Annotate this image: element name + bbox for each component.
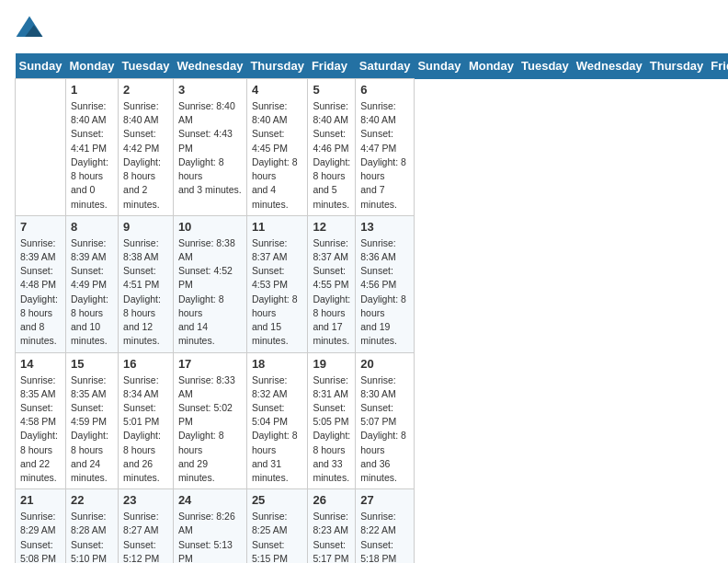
day-number: 3 [178, 83, 242, 97]
day-number: 17 [178, 357, 242, 371]
cell-content: Sunrise: 8:27 AMSunset: 5:12 PMDaylight:… [123, 510, 168, 563]
day-number: 1 [71, 83, 113, 97]
calendar-cell: 4Sunrise: 8:40 AMSunset: 4:45 PMDaylight… [246, 79, 308, 216]
day-number: 25 [252, 493, 303, 507]
cell-content: Sunrise: 8:40 AMSunset: 4:46 PMDaylight:… [313, 99, 350, 212]
cell-content: Sunrise: 8:35 AMSunset: 4:58 PMDaylight:… [20, 373, 61, 486]
cell-content: Sunrise: 8:40 AMSunset: 4:45 PMDaylight:… [252, 99, 303, 212]
day-number: 8 [71, 220, 113, 234]
cell-content: Sunrise: 8:40 AMSunset: 4:42 PMDaylight:… [123, 99, 168, 212]
day-number: 6 [360, 83, 409, 97]
calendar-week-1: 1Sunrise: 8:40 AMSunset: 4:41 PMDaylight… [16, 79, 729, 216]
cell-content: Sunrise: 8:31 AMSunset: 5:05 PMDaylight:… [313, 373, 350, 486]
day-number: 19 [313, 357, 350, 371]
calendar-week-2: 7Sunrise: 8:39 AMSunset: 4:48 PMDaylight… [16, 215, 729, 352]
cell-content: Sunrise: 8:40 AMSunset: 4:47 PMDaylight:… [360, 99, 409, 212]
calendar-cell: 27Sunrise: 8:22 AMSunset: 5:18 PMDayligh… [356, 489, 415, 563]
cell-content: Sunrise: 8:25 AMSunset: 5:15 PMDaylight:… [252, 510, 303, 563]
day-number: 12 [313, 220, 350, 234]
cell-content: Sunrise: 8:35 AMSunset: 4:59 PMDaylight:… [71, 373, 113, 486]
calendar-cell: 1Sunrise: 8:40 AMSunset: 4:41 PMDaylight… [65, 79, 118, 216]
header-monday: Monday [465, 53, 518, 79]
header-sunday: Sunday [414, 53, 464, 79]
calendar-week-3: 14Sunrise: 8:35 AMSunset: 4:58 PMDayligh… [16, 352, 729, 489]
calendar-cell: 14Sunrise: 8:35 AMSunset: 4:58 PMDayligh… [16, 352, 66, 489]
calendar-cell: 8Sunrise: 8:39 AMSunset: 4:49 PMDaylight… [65, 215, 118, 352]
calendar-cell: 9Sunrise: 8:38 AMSunset: 4:51 PMDaylight… [119, 215, 174, 352]
header-day-wednesday: Wednesday [173, 53, 246, 79]
day-number: 23 [123, 493, 168, 507]
header [15, 15, 713, 44]
day-number: 11 [252, 220, 303, 234]
calendar-cell: 17Sunrise: 8:33 AMSunset: 5:02 PMDayligh… [173, 352, 246, 489]
calendar-cell: 7Sunrise: 8:39 AMSunset: 4:48 PMDaylight… [16, 215, 66, 352]
header-wednesday: Wednesday [573, 53, 646, 79]
day-number: 14 [20, 357, 61, 371]
day-number: 7 [20, 220, 61, 234]
cell-content: Sunrise: 8:32 AMSunset: 5:04 PMDaylight:… [252, 373, 303, 486]
calendar-cell: 21Sunrise: 8:29 AMSunset: 5:08 PMDayligh… [16, 489, 66, 563]
cell-content: Sunrise: 8:29 AMSunset: 5:08 PMDaylight:… [20, 510, 61, 563]
cell-content: Sunrise: 8:36 AMSunset: 4:56 PMDaylight:… [360, 236, 409, 349]
cell-content: Sunrise: 8:37 AMSunset: 4:53 PMDaylight:… [252, 236, 303, 349]
calendar-cell: 10Sunrise: 8:38 AMSunset: 4:52 PMDayligh… [173, 215, 246, 352]
calendar-cell: 16Sunrise: 8:34 AMSunset: 5:01 PMDayligh… [119, 352, 174, 489]
calendar-cell: 5Sunrise: 8:40 AMSunset: 4:46 PMDaylight… [308, 79, 356, 216]
day-number: 21 [20, 493, 61, 507]
calendar-cell: 22Sunrise: 8:28 AMSunset: 5:10 PMDayligh… [65, 489, 118, 563]
day-number: 24 [178, 493, 242, 507]
cell-content: Sunrise: 8:38 AMSunset: 4:52 PMDaylight:… [178, 236, 242, 349]
cell-content: Sunrise: 8:33 AMSunset: 5:02 PMDaylight:… [178, 373, 242, 486]
header-day-sunday: Sunday [16, 53, 66, 79]
calendar-cell: 11Sunrise: 8:37 AMSunset: 4:53 PMDayligh… [246, 215, 308, 352]
day-number: 16 [123, 357, 168, 371]
day-number: 20 [360, 357, 409, 371]
logo-icon [15, 15, 44, 44]
day-number: 5 [313, 83, 350, 97]
calendar-week-4: 21Sunrise: 8:29 AMSunset: 5:08 PMDayligh… [16, 489, 729, 563]
header-tuesday: Tuesday [518, 53, 573, 79]
header-friday: Friday [707, 53, 728, 79]
header-day-friday: Friday [308, 53, 356, 79]
calendar-cell [16, 79, 66, 216]
calendar-header-row: SundayMondayTuesdayWednesdayThursdayFrid… [16, 53, 729, 79]
cell-content: Sunrise: 8:39 AMSunset: 4:49 PMDaylight:… [71, 236, 113, 349]
calendar-cell: 26Sunrise: 8:23 AMSunset: 5:17 PMDayligh… [308, 489, 356, 563]
day-number: 27 [360, 493, 409, 507]
calendar-cell: 3Sunrise: 8:40 AMSunset: 4:43 PMDaylight… [173, 79, 246, 216]
day-number: 22 [71, 493, 113, 507]
calendar-cell: 6Sunrise: 8:40 AMSunset: 4:47 PMDaylight… [356, 79, 415, 216]
cell-content: Sunrise: 8:40 AMSunset: 4:43 PMDaylight:… [178, 99, 242, 198]
header-day-saturday: Saturday [356, 53, 415, 79]
header-day-thursday: Thursday [246, 53, 308, 79]
calendar-cell: 23Sunrise: 8:27 AMSunset: 5:12 PMDayligh… [119, 489, 174, 563]
cell-content: Sunrise: 8:34 AMSunset: 5:01 PMDaylight:… [123, 373, 168, 486]
calendar-cell: 25Sunrise: 8:25 AMSunset: 5:15 PMDayligh… [246, 489, 308, 563]
calendar-cell: 13Sunrise: 8:36 AMSunset: 4:56 PMDayligh… [356, 215, 415, 352]
cell-content: Sunrise: 8:28 AMSunset: 5:10 PMDaylight:… [71, 510, 113, 563]
cell-content: Sunrise: 8:37 AMSunset: 4:55 PMDaylight:… [313, 236, 350, 349]
day-number: 15 [71, 357, 113, 371]
day-number: 26 [313, 493, 350, 507]
cell-content: Sunrise: 8:23 AMSunset: 5:17 PMDaylight:… [313, 510, 350, 563]
header-day-monday: Monday [65, 53, 118, 79]
header-thursday: Thursday [646, 53, 708, 79]
day-number: 10 [178, 220, 242, 234]
day-number: 2 [123, 83, 168, 97]
calendar-cell: 18Sunrise: 8:32 AMSunset: 5:04 PMDayligh… [246, 352, 308, 489]
cell-content: Sunrise: 8:39 AMSunset: 4:48 PMDaylight:… [20, 236, 61, 349]
logo [15, 15, 48, 44]
calendar-cell: 24Sunrise: 8:26 AMSunset: 5:13 PMDayligh… [173, 489, 246, 563]
calendar-cell: 19Sunrise: 8:31 AMSunset: 5:05 PMDayligh… [308, 352, 356, 489]
calendar-table: SundayMondayTuesdayWednesdayThursdayFrid… [15, 53, 728, 563]
cell-content: Sunrise: 8:38 AMSunset: 4:51 PMDaylight:… [123, 236, 168, 349]
cell-content: Sunrise: 8:22 AMSunset: 5:18 PMDaylight:… [360, 510, 409, 563]
calendar-cell: 12Sunrise: 8:37 AMSunset: 4:55 PMDayligh… [308, 215, 356, 352]
calendar-cell: 15Sunrise: 8:35 AMSunset: 4:59 PMDayligh… [65, 352, 118, 489]
header-day-tuesday: Tuesday [119, 53, 174, 79]
calendar-cell: 20Sunrise: 8:30 AMSunset: 5:07 PMDayligh… [356, 352, 415, 489]
day-number: 9 [123, 220, 168, 234]
day-number: 13 [360, 220, 409, 234]
calendar-cell: 2Sunrise: 8:40 AMSunset: 4:42 PMDaylight… [119, 79, 174, 216]
day-number: 18 [252, 357, 303, 371]
